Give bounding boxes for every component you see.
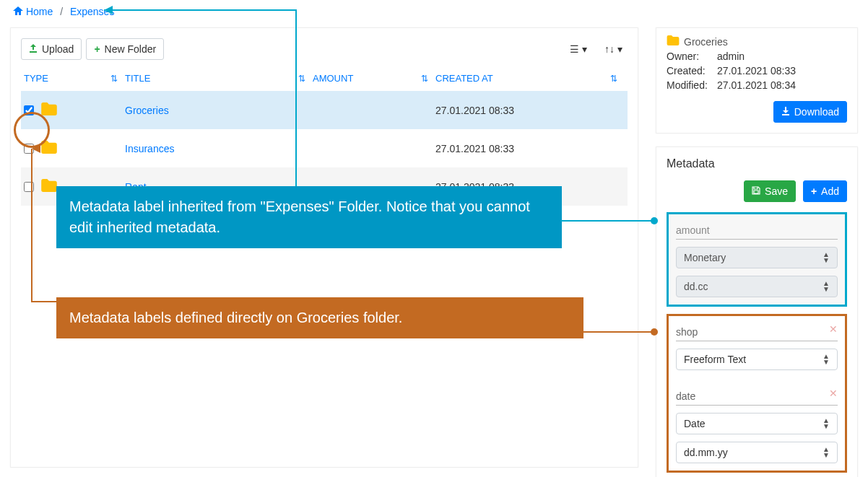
updown-icon: ▲▼: [823, 418, 830, 429]
upload-button-label: Upload: [42, 43, 74, 55]
metadata-type-select: Monetary▲▼: [676, 247, 838, 268]
add-button[interactable]: + Add: [803, 180, 847, 202]
metadata-group-date: ✕ Date▲▼ dd.mm.yy▲▼: [669, 380, 845, 471]
metadata-type-value: Freeform Text: [684, 354, 746, 365]
row-title-link[interactable]: Insurances: [125, 143, 174, 154]
new-folder-button-label: New Folder: [105, 43, 157, 55]
metadata-format-select[interactable]: dd.mm.yy▲▼: [676, 442, 838, 463]
table-row[interactable]: Groceries 27.01.2021 08:33: [21, 91, 628, 129]
col-header-title-label: TITLE: [125, 73, 150, 84]
sort-toggle[interactable]: ↑↓ ▾: [599, 40, 628, 58]
upload-button[interactable]: Upload: [21, 38, 82, 60]
add-button-label: Add: [821, 185, 839, 197]
save-button[interactable]: Save: [744, 180, 796, 202]
save-button-label: Save: [765, 185, 788, 197]
remove-metadata-icon[interactable]: ✕: [829, 323, 838, 335]
download-icon: [781, 106, 790, 118]
metadata-group-shop: ✕ Freeform Text▲▼: [669, 316, 845, 377]
metadata-group-amount: Monetary▲▼ dd.cc▲▼: [667, 212, 847, 307]
annotation-orange: Metadata labels defined directly on Groc…: [56, 297, 583, 338]
col-header-created-label: CREATED AT: [435, 73, 493, 84]
metadata-type-select[interactable]: Freeform Text▲▼: [676, 349, 838, 370]
info-modified-label: Modified:: [667, 79, 717, 91]
metadata-format-select: dd.cc▲▼: [676, 276, 838, 297]
svg-rect-0: [30, 51, 37, 53]
col-header-created[interactable]: CREATED AT ⇅: [435, 73, 625, 84]
col-header-amount-label: AMOUNT: [313, 73, 353, 84]
svg-rect-1: [782, 114, 789, 115]
metadata-type-select[interactable]: Date▲▼: [676, 413, 838, 434]
col-header-type[interactable]: TYPE ⇅: [24, 73, 125, 84]
col-header-type-label: TYPE: [24, 73, 48, 84]
download-button-label: Download: [794, 106, 839, 118]
plus-icon: +: [811, 185, 817, 197]
sort-icon: ⇅: [610, 74, 625, 84]
metadata-label-input[interactable]: [676, 323, 838, 341]
annotation-blue: Metadata label inherited from "Expenses"…: [56, 186, 562, 248]
remove-metadata-icon[interactable]: ✕: [829, 388, 838, 399]
updown-icon: ▲▼: [823, 252, 830, 263]
metadata-owned-wrap: ✕ Freeform Text▲▼ ✕ Date▲▼ dd.mm.yy▲▼: [667, 314, 847, 473]
metadata-type-value: Date: [684, 418, 706, 429]
metadata-format-value: dd.cc: [684, 281, 708, 292]
info-created-label: Created:: [667, 65, 717, 76]
row-checkbox[interactable]: [24, 144, 34, 154]
sort-icon: ⇅: [298, 74, 313, 84]
col-header-title[interactable]: TITLE ⇅: [125, 73, 313, 84]
info-box: Groceries Owner:admin Created:27.01.2021…: [656, 27, 858, 134]
row-checkbox[interactable]: [24, 182, 34, 192]
updown-icon: ▲▼: [823, 354, 830, 365]
info-owner-label: Owner:: [667, 51, 717, 62]
updown-icon: ▲▼: [823, 281, 830, 292]
folder-icon: [41, 179, 57, 194]
toolbar: Upload + New Folder ☰ ▾ ↑↓ ▾: [21, 38, 628, 60]
sort-icon: ⇅: [110, 74, 125, 84]
upload-icon: [29, 43, 38, 55]
row-created: 27.01.2021 08:33: [435, 105, 625, 116]
folder-icon: [667, 35, 680, 48]
new-folder-button[interactable]: + New Folder: [86, 38, 164, 60]
col-header-amount[interactable]: AMOUNT ⇅: [313, 73, 435, 84]
row-checkbox[interactable]: [24, 105, 34, 115]
table-header: TYPE ⇅ TITLE ⇅ AMOUNT ⇅ CREATED AT ⇅: [21, 73, 628, 91]
metadata-type-value: Monetary: [684, 252, 726, 263]
breadcrumb-expenses[interactable]: Expenses: [70, 6, 114, 17]
info-modified-value: 27.01.2021 08:34: [717, 79, 796, 91]
folder-icon: [41, 141, 57, 156]
breadcrumb-home[interactable]: Home: [13, 6, 56, 17]
save-icon: [752, 185, 760, 197]
list-view-toggle[interactable]: ☰ ▾: [565, 40, 592, 58]
home-icon: [13, 6, 23, 17]
sort-icon: ⇅: [421, 74, 435, 84]
info-folder-name: Groceries: [684, 36, 728, 48]
plus-icon: +: [94, 43, 100, 55]
table-row[interactable]: Insurances 27.01.2021 08:33: [21, 129, 628, 167]
breadcrumb-home-label: Home: [26, 6, 53, 17]
metadata-label-input[interactable]: [676, 388, 838, 406]
metadata-format-value: dd.mm.yy: [684, 447, 728, 458]
breadcrumb: Home / Expenses: [0, 0, 868, 23]
download-button[interactable]: Download: [773, 101, 847, 123]
info-created-value: 27.01.2021 08:33: [717, 65, 796, 76]
row-title-link[interactable]: Groceries: [125, 105, 169, 116]
metadata-label-input: [676, 222, 838, 240]
folder-icon: [41, 102, 57, 118]
metadata-heading: Metadata: [667, 157, 847, 170]
row-created: 27.01.2021 08:33: [435, 143, 625, 154]
side-panel: Groceries Owner:admin Created:27.01.2021…: [656, 27, 858, 477]
updown-icon: ▲▼: [823, 447, 830, 458]
breadcrumb-separator: /: [56, 6, 67, 17]
info-owner-value: admin: [717, 51, 745, 62]
metadata-box: Metadata Save + Add Monetary▲▼ dd.cc▲▼ ✕: [656, 146, 858, 477]
